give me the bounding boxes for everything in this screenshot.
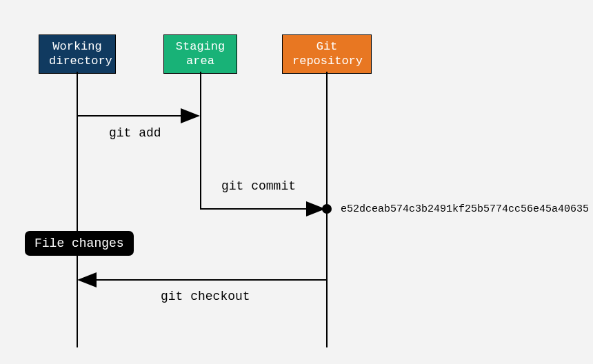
participant-label-line2: repository [292,54,361,68]
participant-label-line1: Git [292,39,361,54]
participant-working-directory: Working directory [39,34,116,74]
elbow-git-commit [200,116,201,210]
commit-dot [322,204,332,214]
label-git-checkout: git checkout [161,290,250,303]
arrowhead-git-checkout [77,272,97,287]
participant-git-repository: Git repository [282,34,372,74]
label-git-commit: git commit [221,179,296,193]
arrow-git-add [78,115,185,117]
arrow-git-commit [200,208,311,210]
note-file-changes: File changes [25,231,134,256]
label-git-add: git add [109,126,161,140]
lifeline-working-directory [77,72,78,347]
participant-label-line1: Staging [174,39,227,54]
participant-staging-area: Staging area [163,34,237,74]
arrow-git-checkout [92,279,327,281]
participant-label-line2: area [174,54,227,68]
arrowhead-git-add [181,108,200,123]
participant-label-line2: directory [49,54,105,68]
commit-hash: e52dceab574c3b2491kf25b5774cc56e45a40635 [341,203,589,215]
participant-label-line1: Working [49,39,105,54]
